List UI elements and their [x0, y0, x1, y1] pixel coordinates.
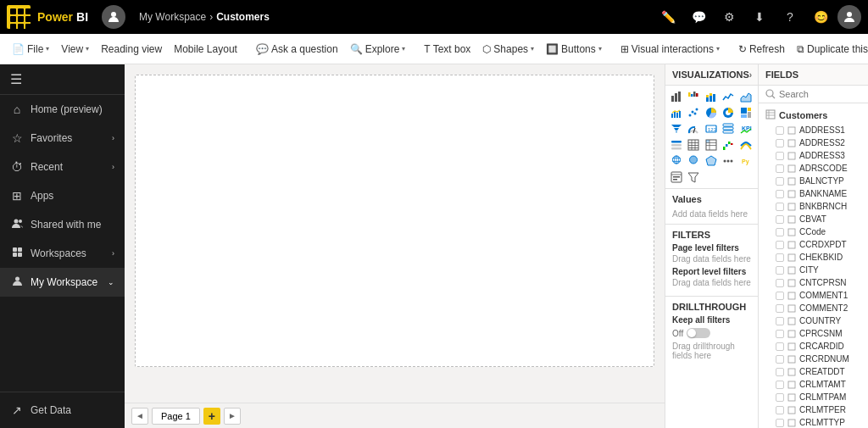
field-item[interactable]: CRCRDNUM	[759, 353, 868, 365]
field-checkbox[interactable]	[776, 253, 784, 262]
field-item[interactable]: COUNTRY	[759, 314, 868, 327]
edit-icon[interactable]: ✏️	[654, 3, 682, 31]
slicer-icon[interactable]	[669, 137, 684, 153]
field-item[interactable]: CRLMTTYP	[759, 416, 868, 428]
sidebar-item-favorites[interactable]: ☆ Favorites ›	[0, 124, 125, 153]
field-item[interactable]: CCode	[759, 225, 868, 238]
field-item[interactable]: BALNCTYP	[759, 175, 868, 187]
gauge-icon[interactable]	[686, 121, 701, 136]
field-checkbox[interactable]	[776, 393, 784, 402]
reading-view-button[interactable]: Reading view	[96, 41, 167, 58]
workspace-breadcrumb[interactable]: My Workspace	[139, 11, 206, 23]
fields-table-customers[interactable]: Customers	[759, 107, 868, 124]
fields-search-input[interactable]	[779, 89, 868, 99]
sidebar-item-getdata[interactable]: ↗ Get Data	[0, 396, 125, 425]
add-page-button[interactable]: +	[203, 408, 220, 425]
page-level-drop-area[interactable]: Drag data fields here	[672, 254, 751, 264]
field-checkbox[interactable]	[776, 368, 784, 376]
filter-viz-icon[interactable]	[686, 170, 701, 185]
field-item[interactable]: CRLMTAMT	[759, 378, 868, 391]
treemap-icon[interactable]	[738, 105, 754, 120]
card-icon[interactable]: 123	[704, 121, 719, 136]
page-prev-button[interactable]: ◄	[131, 408, 148, 425]
field-checkbox[interactable]	[776, 292, 784, 300]
field-item[interactable]: CPRCSNM	[759, 327, 868, 340]
field-checkbox[interactable]	[776, 228, 784, 236]
field-checkbox[interactable]	[776, 215, 784, 224]
filled-map-icon[interactable]	[686, 153, 701, 169]
more-visuals-icon[interactable]	[721, 153, 736, 169]
pie-chart-icon[interactable]	[704, 105, 719, 120]
field-checkbox[interactable]	[776, 266, 784, 275]
hamburger-icon[interactable]: ☰	[7, 69, 25, 90]
drillthrough-drop-area[interactable]: Drag drillthrough fields here	[672, 342, 751, 360]
help-icon[interactable]: ?	[776, 3, 804, 31]
field-item[interactable]: CREATDDT	[759, 365, 868, 378]
field-checkbox[interactable]	[776, 317, 784, 325]
field-checkbox[interactable]	[776, 279, 784, 287]
field-checkbox[interactable]	[776, 355, 784, 364]
field-checkbox[interactable]	[776, 406, 784, 414]
field-item[interactable]: ADRSCODE	[759, 162, 868, 175]
refresh-button[interactable]: ↻ Refresh	[733, 41, 790, 58]
view-menu[interactable]: View ▾	[56, 41, 94, 58]
shape-map-icon[interactable]	[704, 153, 719, 169]
page-tab-1[interactable]: Page 1	[152, 408, 200, 425]
field-checkbox[interactable]	[776, 177, 784, 186]
text-box-button[interactable]: T Text box	[419, 41, 476, 58]
canvas-page[interactable]	[135, 75, 654, 367]
field-item[interactable]: COMMENT2	[759, 302, 868, 314]
file-menu[interactable]: 📄 File ▾	[7, 41, 54, 58]
bar-chart-icon[interactable]	[669, 89, 684, 104]
field-checkbox[interactable]	[776, 304, 784, 313]
visual-interactions-menu[interactable]: ⊞ Visual interactions ▾	[615, 41, 725, 58]
field-checkbox[interactable]	[776, 139, 784, 147]
account-icon[interactable]	[837, 5, 861, 29]
sidebar-item-shared[interactable]: Shared with me	[0, 210, 125, 239]
field-item[interactable]: ADDRESS3	[759, 149, 868, 162]
waffle-icon[interactable]	[7, 5, 31, 29]
comment-icon[interactable]: 💬	[685, 3, 712, 31]
sidebar-item-home[interactable]: ⌂ Home (preview)	[0, 95, 125, 124]
shapes-menu[interactable]: ⬡ Shapes ▾	[477, 41, 539, 58]
field-item[interactable]: BNKBRNCH	[759, 200, 868, 213]
field-item[interactable]: CRLMTPER	[759, 403, 868, 416]
field-checkbox[interactable]	[776, 241, 784, 249]
table-viz-icon[interactable]	[686, 137, 701, 153]
mobile-layout-button[interactable]: Mobile Layout	[169, 41, 242, 58]
map-icon[interactable]	[669, 153, 684, 169]
field-checkbox[interactable]	[776, 126, 784, 135]
field-item[interactable]: CRCARDID	[759, 340, 868, 353]
user-avatar[interactable]	[102, 5, 125, 29]
field-checkbox[interactable]	[776, 203, 784, 211]
page-next-button[interactable]: ►	[224, 408, 241, 425]
field-item[interactable]: COMMENT1	[759, 289, 868, 302]
kpi-icon[interactable]: KPI	[738, 121, 754, 136]
field-checkbox[interactable]	[776, 419, 784, 427]
waterfall-icon[interactable]	[721, 137, 736, 153]
field-item[interactable]: ADDRESS2	[759, 136, 868, 149]
line-bar-icon[interactable]	[669, 105, 684, 120]
field-checkbox[interactable]	[776, 381, 784, 389]
matrix-icon[interactable]	[704, 137, 719, 153]
field-item[interactable]: ADDRESS1	[759, 124, 868, 136]
field-checkbox[interactable]	[776, 330, 784, 338]
report-level-drop-area[interactable]: Drag data fields here	[672, 278, 751, 287]
donut-icon[interactable]	[721, 105, 736, 120]
multirow-card-icon[interactable]	[721, 121, 736, 136]
sidebar-item-recent[interactable]: ⏱ Recent ›	[0, 153, 125, 181]
field-checkbox[interactable]	[776, 342, 784, 351]
explore-menu[interactable]: 🔍 Explore ▾	[345, 41, 411, 58]
field-item[interactable]: CCRDXPDT	[759, 238, 868, 251]
sidebar-item-workspaces[interactable]: Workspaces ›	[0, 239, 125, 268]
field-checkbox[interactable]	[776, 164, 784, 173]
field-item[interactable]: CITY	[759, 264, 868, 276]
python-r-icon[interactable]: Py	[738, 153, 754, 169]
field-item[interactable]: CHEKBKID	[759, 251, 868, 264]
download-icon[interactable]: ⬇	[746, 3, 773, 31]
field-item[interactable]: CRLMTPAM	[759, 391, 868, 403]
line-chart-icon[interactable]	[721, 89, 736, 104]
sidebar-item-myworkspace[interactable]: My Workspace ⌄	[0, 268, 125, 297]
feedback-icon[interactable]: 😊	[807, 3, 834, 31]
ribbon-icon[interactable]	[738, 137, 754, 153]
